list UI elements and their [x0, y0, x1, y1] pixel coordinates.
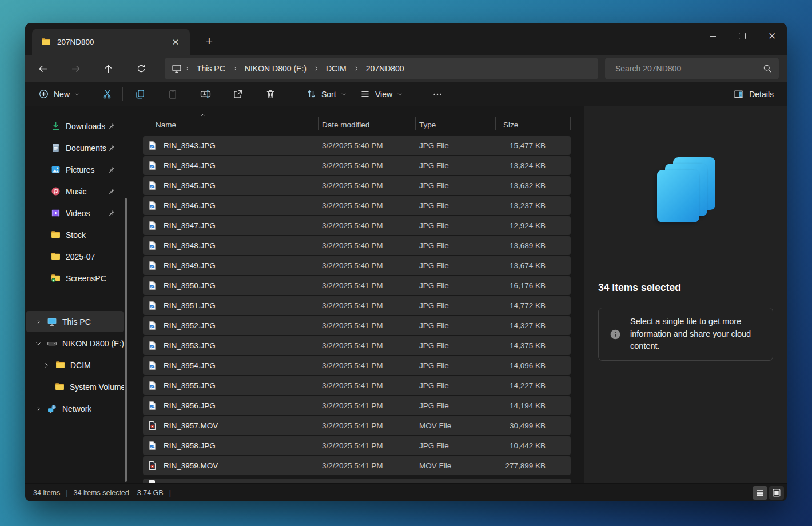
sidebar-item-downloads[interactable]: Downloads [26, 115, 124, 137]
file-row[interactable]: RIN_3958.JPG3/2/2025 5:41 PMJPG File10,4… [143, 436, 571, 455]
status-divider: | [169, 489, 171, 497]
minimize-icon [710, 36, 716, 37]
folder-icon [41, 37, 51, 47]
chevron-right-icon[interactable] [42, 362, 50, 369]
cut-button[interactable] [95, 85, 120, 103]
column-header-name[interactable]: Name [156, 121, 176, 129]
chevron-right-icon[interactable] [34, 405, 42, 412]
sidebar-item-2025-07[interactable]: 2025-07 [26, 246, 124, 267]
file-row-partial[interactable] [143, 479, 571, 483]
file-type: JPG File [415, 441, 495, 450]
file-size: 10,442 KB [495, 441, 571, 450]
file-row[interactable]: RIN_3955.JPG3/2/2025 5:41 PMJPG File14,2… [143, 376, 571, 395]
file-row[interactable]: RIN_3952.JPG3/2/2025 5:41 PMJPG File14,3… [143, 316, 571, 335]
file-row[interactable]: RIN_3946.JPG3/2/2025 5:40 PMJPG File13,2… [143, 196, 571, 215]
breadcrumb-chevron-icon[interactable] [352, 66, 360, 71]
sidebar-tree-item-system-volume[interactable]: System Volume [26, 376, 124, 397]
file-name: RIN_3954.JPG [164, 361, 216, 370]
sidebar-item-documents[interactable]: Documents [26, 137, 124, 158]
pin-icon [108, 144, 116, 152]
file-name: RIN_3948.JPG [164, 241, 216, 250]
breadcrumb-chevron-icon[interactable] [312, 66, 320, 71]
column-header-type[interactable]: Type [419, 121, 436, 129]
file-row[interactable]: RIN_3943.JPG3/2/2025 5:40 PMJPG File15,4… [143, 136, 571, 155]
minimize-button[interactable] [698, 23, 727, 49]
new-button[interactable]: New [33, 85, 85, 103]
new-tab-button[interactable]: + [200, 32, 218, 50]
column-header-date-modified[interactable]: Date modified [322, 121, 369, 129]
maximize-button[interactable] [727, 23, 757, 49]
file-row[interactable]: RIN_3947.JPG3/2/2025 5:40 PMJPG File12,9… [143, 216, 571, 235]
delete-button[interactable] [258, 85, 282, 103]
this-pc-icon[interactable] [172, 63, 182, 74]
column-divider[interactable] [570, 117, 571, 130]
details-pane-toggle[interactable]: Details [727, 85, 779, 103]
file-type: JPG File [415, 261, 495, 270]
folder-icon [55, 360, 65, 370]
jpg-file-icon [148, 141, 157, 150]
file-date-modified: 3/2/2025 5:41 PM [318, 301, 415, 310]
sidebar-tree-item-nikon-d800-e-[interactable]: NIKON D800 (E:) [26, 333, 124, 354]
back-button[interactable] [34, 60, 51, 77]
more-options-button[interactable] [425, 85, 449, 103]
sidebar-scrollbar[interactable] [125, 198, 127, 482]
file-name-cell: RIN_3955.JPG [143, 381, 318, 390]
share-button[interactable] [226, 85, 250, 103]
rename-button[interactable] [193, 85, 217, 103]
close-button[interactable]: ✕ [757, 23, 787, 49]
paste-button[interactable] [161, 85, 185, 103]
copy-button[interactable] [128, 85, 152, 103]
file-row[interactable]: RIN_3954.JPG3/2/2025 5:41 PMJPG File14,0… [143, 356, 571, 375]
sidebar-item-pictures[interactable]: Pictures [26, 159, 124, 180]
breadcrumb-segment[interactable]: NIKON D800 (E:) [239, 64, 312, 73]
breadcrumb-segment[interactable]: DCIM [320, 64, 352, 73]
window-controls: ✕ [698, 23, 787, 49]
file-row[interactable]: RIN_3956.JPG3/2/2025 5:41 PMJPG File14,1… [143, 396, 571, 415]
file-row[interactable]: RIN_3950.JPG3/2/2025 5:41 PMJPG File16,1… [143, 276, 571, 295]
view-button[interactable]: View [355, 85, 408, 103]
column-divider[interactable] [318, 117, 319, 130]
file-row[interactable]: RIN_3944.JPG3/2/2025 5:40 PMJPG File13,8… [143, 156, 571, 175]
search-input[interactable] [614, 63, 763, 74]
file-rows: RIN_3943.JPG3/2/2025 5:40 PMJPG File15,4… [143, 136, 571, 476]
chevron-right-icon[interactable] [34, 318, 42, 325]
breadcrumb-chevron-icon[interactable] [231, 66, 239, 71]
sidebar-item-stock[interactable]: Stock [26, 224, 124, 245]
sidebar-item-screenspc[interactable]: ScreensPC [26, 268, 124, 289]
column-divider[interactable] [495, 117, 496, 130]
file-row[interactable]: RIN_3945.JPG3/2/2025 5:40 PMJPG File13,6… [143, 176, 571, 195]
tab-207nd800[interactable]: 207ND800 ✕ [32, 29, 190, 55]
search-box[interactable] [605, 58, 779, 79]
file-name: RIN_3950.JPG [164, 281, 216, 290]
sidebar-tree-item-this-pc[interactable]: This PC [26, 311, 124, 332]
chevron-down-icon[interactable] [34, 340, 42, 347]
file-row[interactable]: RIN_3949.JPG3/2/2025 5:40 PMJPG File13,6… [143, 256, 571, 275]
file-row[interactable]: RIN_3959.MOV3/2/2025 5:41 PMMOV File277,… [143, 456, 571, 475]
thumbnail-view-toggle[interactable] [769, 486, 784, 500]
sidebar-item-videos[interactable]: Videos [26, 202, 124, 224]
file-row[interactable]: RIN_3957.MOV3/2/2025 5:41 PMMOV File30,4… [143, 416, 571, 435]
breadcrumb-segment[interactable]: This PC [191, 64, 231, 73]
file-type: JPG File [415, 281, 495, 290]
sidebar-tree-item-dcim[interactable]: DCIM [26, 354, 124, 376]
refresh-button[interactable] [133, 60, 150, 77]
breadcrumb-chevron-icon[interactable] [183, 66, 191, 71]
file-size: 13,689 KB [495, 241, 571, 250]
tab-close-icon[interactable]: ✕ [168, 35, 183, 50]
column-divider[interactable] [415, 117, 416, 130]
column-header-size[interactable]: Size [503, 121, 518, 129]
up-button[interactable] [99, 60, 117, 77]
sort-button[interactable]: Sort [301, 85, 352, 103]
details-view-toggle[interactable] [753, 486, 767, 500]
file-row[interactable]: RIN_3948.JPG3/2/2025 5:40 PMJPG File13,6… [143, 236, 571, 255]
file-row[interactable]: RIN_3953.JPG3/2/2025 5:41 PMJPG File14,3… [143, 336, 571, 355]
sidebar-item-music[interactable]: Music [26, 181, 124, 202]
file-date-modified: 3/2/2025 5:41 PM [318, 401, 415, 410]
chevron-down-icon [74, 91, 80, 97]
file-row[interactable]: RIN_3951.JPG3/2/2025 5:41 PMJPG File14,7… [143, 296, 571, 315]
search-icon[interactable] [763, 64, 772, 73]
forward-button[interactable] [67, 60, 84, 77]
breadcrumb-segment[interactable]: 207ND800 [360, 64, 410, 73]
sidebar-tree-item-network[interactable]: Network [26, 398, 124, 419]
breadcrumb[interactable]: This PCNIKON D800 (E:)DCIM207ND800 [165, 58, 598, 79]
